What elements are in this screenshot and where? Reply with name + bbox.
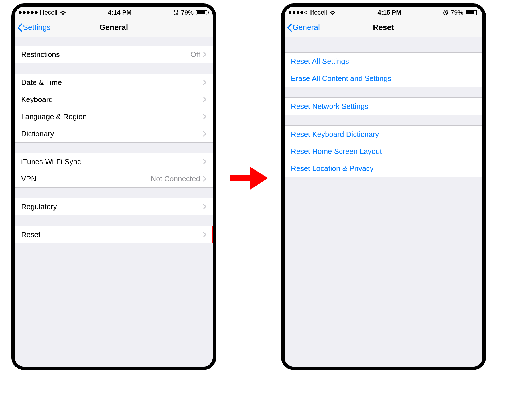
row-label: Reset Network Settings <box>291 102 476 111</box>
row-itunes-wifi-sync[interactable]: iTunes Wi-Fi Sync <box>15 153 213 170</box>
row-regulatory[interactable]: Regulatory <box>15 198 213 215</box>
row-erase-all-content[interactable]: Erase All Content and Settings <box>285 70 482 87</box>
row-label: VPN <box>21 174 151 183</box>
page-title: General <box>100 23 128 32</box>
row-label: Regulatory <box>21 202 203 211</box>
reset-list: Reset All Settings Erase All Content and… <box>285 37 482 367</box>
clock: 4:14 PM <box>108 9 131 16</box>
alarm-icon <box>173 10 179 15</box>
page-title: Reset <box>373 23 394 32</box>
nav-bar: Settings General <box>15 18 213 37</box>
battery-icon <box>466 10 478 15</box>
signal-strength-icon <box>19 11 38 14</box>
row-vpn[interactable]: VPN Not Connected <box>15 170 213 187</box>
row-label: Reset Keyboard Dictionary <box>291 130 476 139</box>
row-reset-home-screen[interactable]: Reset Home Screen Layout <box>285 143 482 160</box>
chevron-right-icon <box>203 131 206 137</box>
phone-general: lifecell 4:14 PM 79% <box>11 3 216 370</box>
row-reset-keyboard-dictionary[interactable]: Reset Keyboard Dictionary <box>285 126 482 143</box>
wifi-icon <box>329 10 336 15</box>
chevron-right-icon <box>203 114 206 119</box>
chevron-right-icon <box>203 80 206 85</box>
row-label: Reset All Settings <box>291 57 476 66</box>
row-label: Date & Time <box>21 78 203 87</box>
signal-strength-icon <box>289 11 307 14</box>
row-value: Not Connected <box>151 174 200 183</box>
row-date-time[interactable]: Date & Time <box>15 74 213 91</box>
row-label: Restrictions <box>21 50 190 59</box>
wifi-icon <box>60 10 66 15</box>
row-label: Language & Region <box>21 112 203 121</box>
status-bar: lifecell 4:15 PM 79% <box>285 7 482 18</box>
back-button[interactable]: Settings <box>17 23 51 32</box>
chevron-right-icon <box>203 97 206 102</box>
row-label: Erase All Content and Settings <box>291 74 476 83</box>
alarm-icon <box>443 10 448 15</box>
chevron-right-icon <box>203 204 206 209</box>
chevron-right-icon <box>203 232 206 237</box>
battery-icon <box>196 10 209 15</box>
row-reset-network[interactable]: Reset Network Settings <box>285 98 482 115</box>
row-label: Dictionary <box>21 129 203 138</box>
row-label: Keyboard <box>21 95 203 104</box>
carrier-label: lifecell <box>310 9 327 16</box>
status-bar: lifecell 4:14 PM 79% <box>15 7 213 18</box>
battery-percent: 79% <box>451 9 463 16</box>
back-label: Settings <box>23 23 51 32</box>
clock: 4:15 PM <box>377 9 401 16</box>
row-value: Off <box>190 50 200 59</box>
row-label: Reset Location & Privacy <box>291 164 476 173</box>
row-restrictions[interactable]: Restrictions Off <box>15 46 213 63</box>
back-label: General <box>293 23 320 32</box>
chevron-right-icon <box>203 176 206 182</box>
row-reset-all-settings[interactable]: Reset All Settings <box>285 53 482 70</box>
row-reset-location-privacy[interactable]: Reset Location & Privacy <box>285 160 482 177</box>
row-label: Reset Home Screen Layout <box>291 147 476 156</box>
arrow-right-icon <box>228 162 270 194</box>
row-label: Reset <box>21 230 203 239</box>
row-language-region[interactable]: Language & Region <box>15 108 213 125</box>
chevron-right-icon <box>203 52 206 57</box>
back-button[interactable]: General <box>287 23 320 32</box>
settings-list: Restrictions Off Date & Time Keyboard <box>15 37 213 367</box>
row-keyboard[interactable]: Keyboard <box>15 91 213 108</box>
row-label: iTunes Wi-Fi Sync <box>21 157 203 166</box>
chevron-right-icon <box>203 159 206 164</box>
phone-reset: lifecell 4:15 PM 79% <box>281 3 486 370</box>
battery-percent: 79% <box>181 9 194 16</box>
carrier-label: lifecell <box>40 9 57 16</box>
nav-bar: General Reset <box>285 18 482 37</box>
row-reset[interactable]: Reset <box>15 226 213 243</box>
row-dictionary[interactable]: Dictionary <box>15 125 213 142</box>
